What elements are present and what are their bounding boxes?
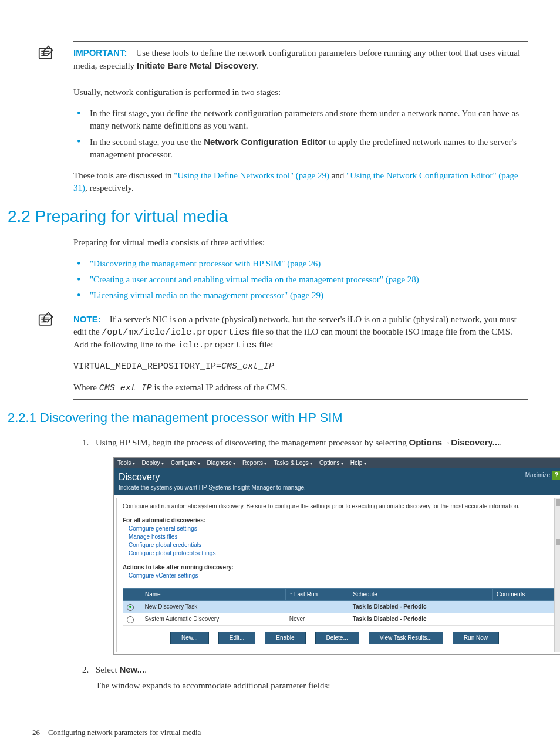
panel-body: Configure and run automatic system disco… [116, 498, 560, 652]
menu-diagnose[interactable]: Diagnose [207, 459, 236, 467]
radio-selected-icon[interactable] [127, 604, 134, 611]
list-item: In the first stage, you define the netwo… [73, 107, 528, 132]
panel-title: Discovery [119, 471, 306, 484]
edit-button[interactable]: Edit... [218, 632, 256, 644]
where-text: Where CMS_ext_IP is the external IP addr… [73, 382, 528, 394]
cell-last-run: Never [286, 613, 349, 626]
note-label: NOTE: [73, 314, 101, 324]
list-item: In the second stage, you use the Network… [73, 136, 528, 161]
cell-name[interactable]: System Automatic Discovery [141, 613, 286, 626]
prep-intro: Preparing for virtual media consists of … [73, 237, 528, 249]
action-buttons: New... Edit... Enable Delete... View Tas… [123, 632, 546, 644]
link-creating-user[interactable]: "Creating a user account and enabling vi… [90, 275, 419, 284]
step-item: Select New.... The window expands to acc… [91, 663, 528, 692]
list-item: "Discovering the management processor wi… [73, 258, 528, 270]
tools-paragraph: These tools are discussed in "Using the … [73, 170, 528, 194]
footer-title: Configuring network parameters for virtu… [48, 727, 201, 738]
th-schedule[interactable]: Schedule [349, 589, 493, 601]
important-label: IMPORTANT: [73, 48, 127, 58]
step-subtext: The window expands to accommodate additi… [96, 680, 528, 692]
panel-header: Discovery Indicate the systems you want … [114, 468, 560, 495]
link-general-settings[interactable]: Configure general settings [129, 525, 546, 533]
menu-deploy[interactable]: Deploy [142, 459, 164, 467]
enable-button[interactable]: Enable [265, 632, 305, 644]
link-discovering-mp[interactable]: "Discovering the management processor wi… [90, 259, 321, 268]
note-icon [38, 312, 55, 328]
delete-button[interactable]: Delete... [315, 632, 359, 644]
link-vcenter-settings[interactable]: Configure vCenter settings [129, 572, 546, 580]
list-item: "Creating a user account and enabling vi… [73, 274, 528, 286]
note-callout: NOTE: If a server's NIC is on a private … [73, 308, 528, 400]
cell-schedule: Task is Disabled - Periodic [349, 601, 493, 613]
help-icon[interactable]: ? [552, 471, 560, 480]
th-comments[interactable]: Comments [493, 589, 557, 601]
important-bold: Initiate Bare Metal Discovery [137, 60, 257, 70]
table-row[interactable]: New Discovery Task Task is Disabled - Pe… [123, 601, 557, 613]
link-define-networks[interactable]: "Using the Define Networks tool" (page 2… [174, 171, 329, 180]
cell-name[interactable]: New Discovery Task [141, 601, 286, 613]
stages-list: In the first stage, you define the netwo… [73, 107, 528, 161]
page-footer: 26 Configuring network parameters for vi… [32, 727, 528, 738]
menu-reports[interactable]: Reports [242, 459, 266, 467]
intro-text: Usually, network configuration is perfor… [73, 86, 528, 99]
activities-list: "Discovering the management processor wi… [73, 258, 528, 302]
menu-tasks-logs[interactable]: Tasks & Logs [274, 459, 312, 467]
discovery-table: Name Last Run Schedule Comments New Disc… [123, 588, 557, 626]
link-manage-hosts[interactable]: Manage hosts files [129, 533, 546, 541]
panel-subtitle: Indicate the systems you want HP Systems… [119, 484, 306, 492]
run-now-button[interactable]: Run Now [453, 632, 499, 644]
menu-configure[interactable]: Configure [171, 459, 200, 467]
group-label: Actions to take after running discovery: [123, 563, 546, 572]
code-line: VIRTUAL_MEDIA_REPOSITORY_IP=CMS_ext_IP [73, 360, 528, 373]
menu-options[interactable]: Options [319, 459, 343, 467]
list-item: "Licensing virtual media on the manageme… [73, 289, 528, 302]
table-row[interactable]: System Automatic Discovery Never Task is… [123, 613, 557, 626]
th-name[interactable]: Name [141, 589, 286, 601]
th-last-run[interactable]: Last Run [286, 589, 349, 601]
desc-text: Configure and run automatic system disco… [123, 502, 546, 511]
important-callout: IMPORTANT: Use these tools to define the… [73, 41, 528, 77]
steps-list: Using HP SIM, begin the process of disco… [68, 436, 528, 692]
note-icon [38, 45, 55, 62]
radio-icon[interactable] [127, 616, 134, 623]
menu-tools[interactable]: Tools [117, 459, 135, 467]
step-item: Using HP SIM, begin the process of disco… [91, 436, 528, 655]
subsection-heading: 2.2.1 Discovering the management process… [8, 409, 528, 427]
new-button[interactable]: New... [170, 632, 209, 644]
cell-schedule: Task is Disabled - Periodic [349, 613, 493, 626]
scrollbar[interactable] [554, 498, 560, 652]
link-global-credentials[interactable]: Configure global credentials [129, 541, 546, 549]
view-task-results-button[interactable]: View Task Results... [369, 632, 443, 644]
section-heading: 2.2 Preparing for virtual media [8, 205, 528, 228]
menu-bar: Tools Deploy Configure Diagnose Reports … [114, 458, 560, 468]
maximize-link[interactable]: Maximize [525, 471, 550, 480]
link-licensing-vm[interactable]: "Licensing virtual media on the manageme… [90, 291, 323, 300]
discovery-screenshot: Tools Deploy Configure Diagnose Reports … [113, 457, 560, 655]
menu-help[interactable]: Help [350, 459, 366, 467]
page-number: 26 [32, 727, 40, 738]
group-label: For all automatic discoveries: [123, 517, 546, 525]
link-global-protocol[interactable]: Configure global protocol settings [129, 549, 546, 558]
